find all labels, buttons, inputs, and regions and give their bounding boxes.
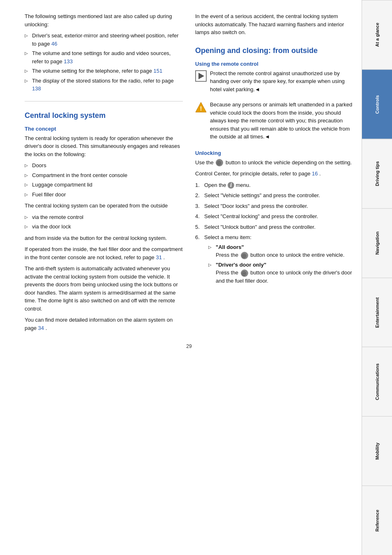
sidebar-tab-driving-tips[interactable]: Driving tips	[362, 139, 392, 208]
note-remote-text: Protect the remote control against unaut…	[210, 69, 353, 94]
right-column: In the event of a serious accident, the …	[195, 12, 353, 335]
unlock-paragraph1: Use the button to unlock the vehicle dep…	[195, 159, 353, 167]
inside-paragraph: and from inside via the button for the c…	[25, 234, 183, 242]
list-item: The volume and tone settings for audio a…	[25, 49, 183, 65]
menu-items-list: "All doors" Press the button once to unl…	[208, 243, 353, 285]
sidebar-tab-label: Driving tips	[375, 161, 380, 186]
page-link-138[interactable]: 138	[32, 85, 41, 92]
intro-bullet-list: Driver's seat, exterior-mirror and steer…	[25, 32, 183, 93]
list-item: Luggage compartment lid	[25, 181, 183, 189]
note-remote: Protect the remote control against unaut…	[195, 69, 353, 97]
remote-control-subtitle: Using the remote control	[195, 61, 353, 67]
unlock-all-button-icon	[241, 252, 248, 259]
step-6: Select a menu item: "All doors" Press th…	[195, 233, 353, 285]
step-4: Select "Central locking" and press the c…	[195, 212, 353, 221]
step-5: Select "Unlock button" and press the con…	[195, 223, 353, 231]
svg-marker-1	[198, 73, 204, 79]
main-content: The following settings mentioned last ar…	[0, 0, 362, 555]
sidebar-tab-controls[interactable]: Controls	[362, 69, 392, 139]
sidebar-tab-reference[interactable]: Reference	[362, 486, 392, 555]
unlocking-steps: Open the i menu. Select "Vehicle setting…	[195, 181, 353, 285]
menu-i-icon: i	[228, 182, 234, 189]
warning-triangle-icon: !	[195, 101, 207, 113]
page-link-34[interactable]: 34	[38, 325, 44, 331]
intro-section: The following settings mentioned last ar…	[25, 12, 183, 93]
list-item: via the door lock	[25, 223, 183, 231]
page-number: 29	[186, 343, 191, 349]
right-sidebar: At a glance Controls Driving tips Naviga…	[362, 0, 392, 555]
divider	[25, 101, 183, 101]
opening-closing-title: Opening and closing: from outside	[195, 46, 353, 55]
unlocking-subtitle: Unlocking	[195, 150, 353, 156]
list-item: Doors	[25, 161, 183, 170]
alarm-paragraph: You can find more detailed information o…	[25, 316, 183, 332]
page-link-31[interactable]: 31	[156, 254, 161, 260]
sidebar-tab-label: Communications	[375, 364, 380, 400]
page-number-area: 29	[25, 343, 353, 349]
operated-paragraph: The central locking system can be operat…	[25, 202, 183, 210]
central-locking-title: Central locking system	[25, 111, 183, 120]
sidebar-tab-entertainment[interactable]: Entertainment	[362, 278, 392, 347]
sidebar-tab-label: Navigation	[375, 231, 380, 254]
sidebar-tab-label: Reference	[375, 509, 380, 531]
step-2: Select "Vehicle settings" and press the …	[195, 191, 353, 200]
warning-text: Because any persons or animals left unat…	[210, 101, 353, 141]
list-item: Compartment in the front center console	[25, 171, 183, 180]
fuel-paragraph: If operated from the inside, the fuel fi…	[25, 245, 183, 261]
list-item-driver-only: "Driver's door only" Press the button on…	[208, 261, 353, 285]
svg-text:!: !	[200, 105, 202, 112]
sidebar-tab-label: Mobility	[375, 442, 380, 460]
unlock-driver-button-icon	[241, 269, 248, 277]
note-play-icon	[195, 70, 207, 82]
step-3: Select "Door locks" and press the contro…	[195, 202, 353, 210]
left-column: The following settings mentioned last ar…	[25, 12, 183, 335]
concept-subtitle: The concept	[25, 126, 183, 132]
list-item: The display of the stored stations for t…	[25, 77, 183, 93]
list-item: Driver's seat, exterior-mirror and steer…	[25, 32, 183, 48]
sidebar-tab-mobility[interactable]: Mobility	[362, 416, 392, 486]
locks-list: Doors Compartment in the front center co…	[25, 161, 183, 198]
unlock-paragraph2: Control Center, for principle details, r…	[195, 170, 353, 178]
page-link-151[interactable]: 151	[154, 68, 163, 74]
warning-box: ! Because any persons or animals left un…	[195, 101, 353, 144]
sidebar-tab-label: Entertainment	[375, 297, 380, 327]
list-item: via the remote control	[25, 213, 183, 221]
step-1: Open the i menu.	[195, 181, 353, 189]
concept-paragraph: The central locking system is ready for …	[25, 134, 183, 159]
list-item: The volume setting for the telephone, re…	[25, 67, 183, 75]
page-link-16[interactable]: 16	[312, 170, 318, 177]
sidebar-tab-label: At a glance	[375, 23, 380, 47]
list-item-all-doors: "All doors" Press the button once to unl…	[208, 243, 353, 259]
operated-list: via the remote control via the door lock	[25, 213, 183, 231]
sidebar-tab-navigation[interactable]: Navigation	[362, 208, 392, 278]
page-link-133[interactable]: 133	[64, 58, 73, 64]
sidebar-tab-label: Controls	[375, 95, 380, 113]
anti-theft-paragraph: The anti-theft system is automatically a…	[25, 265, 183, 313]
accident-paragraph: In the event of a serious accident, the …	[195, 12, 353, 37]
sidebar-tab-communications[interactable]: Communications	[362, 347, 392, 416]
sidebar-tab-at-a-glance[interactable]: At a glance	[362, 0, 392, 69]
unlock-button-icon	[216, 159, 223, 166]
intro-paragraph: The following settings mentioned last ar…	[25, 12, 183, 28]
list-item: Fuel filler door	[25, 191, 183, 199]
page-link-46[interactable]: 46	[51, 41, 57, 47]
